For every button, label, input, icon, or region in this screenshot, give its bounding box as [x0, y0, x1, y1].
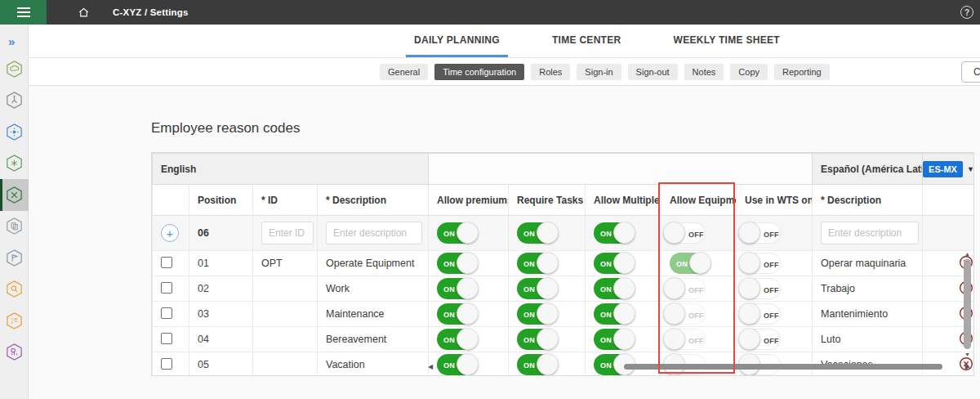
description-input[interactable] [326, 222, 422, 244]
corner-button[interactable]: C [961, 61, 980, 83]
hex-split-icon [5, 91, 24, 110]
subtab-sign-in[interactable]: Sign-in [577, 64, 621, 80]
col-allow-equipment: Allow Equipment L [662, 185, 737, 216]
hex-flag-icon [5, 249, 24, 267]
hex-burst-icon [5, 154, 24, 173]
row-checkbox[interactable] [161, 307, 172, 319]
toggle-require-tasks[interactable]: ON [517, 253, 553, 274]
home-icon-glyph [78, 7, 90, 19]
toggle-allow-equipment[interactable]: OFF [670, 329, 706, 350]
toggle-use-in-wts[interactable]: OFF [745, 222, 781, 244]
sidebar-item-9[interactable] [0, 305, 29, 337]
sidebar-item-6[interactable] [0, 211, 29, 243]
top-bar: C-XYZ / Settings ? [0, 0, 980, 25]
subtab-time-configuration[interactable]: Time configuration [434, 64, 524, 80]
col-id: * ID [253, 185, 318, 216]
sidebar-item-7[interactable] [0, 242, 29, 274]
toggle-require-tasks[interactable]: ON [517, 303, 553, 325]
horizontal-scrollbar[interactable]: ◀ ▶ [428, 363, 970, 370]
table-row: 02 Work ON ON ON OFF OFF Trabajo [153, 276, 975, 302]
subtab-copy[interactable]: Copy [730, 64, 768, 80]
hamburger-menu-icon[interactable] [0, 0, 47, 25]
sidebar-item-5-selected[interactable] [0, 179, 29, 211]
toggle-allow-premiums[interactable]: ON [437, 222, 473, 244]
table-row: 03 Maintenance ON ON ON OFF OFF Mantenim… [153, 302, 975, 327]
sidebar-item-10[interactable] [0, 337, 29, 369]
hex-cut-icon [5, 186, 24, 204]
hex-target-icon [5, 123, 24, 141]
col-allow-premiums: Allow premiums [429, 185, 509, 216]
toggle-allow-premiums[interactable]: ON [437, 278, 473, 299]
sidebar-expand-icon[interactable]: » [0, 25, 28, 53]
toggle-use-in-wts[interactable]: OFF [745, 303, 781, 325]
col-require-tasks: Require Tasks Ass [509, 185, 586, 216]
hex-checklist-icon [5, 312, 24, 330]
subtab-sign-out[interactable]: Sign-out [628, 64, 678, 80]
toggle-allow-equipment[interactable]: ON [670, 253, 706, 274]
add-row-button[interactable]: + [161, 224, 179, 242]
toggle-use-in-wts[interactable]: OFF [745, 253, 781, 274]
subtab-notes[interactable]: Notes [684, 64, 724, 80]
sidebar-item-3[interactable] [0, 116, 29, 148]
subtab-bar: General Time configuration Roles Sign-in… [29, 58, 980, 86]
horizontal-scroll-thumb[interactable] [624, 364, 942, 370]
language-group-row: English Español (América Latina) ES-MX▼ [153, 154, 975, 185]
scroll-down-icon[interactable]: ▼ [964, 351, 970, 358]
position-cell: 06 [189, 216, 253, 251]
table-row: 04 Bereavement ON ON ON OFF OFF Luto [153, 327, 975, 352]
add-row: + 06 ON ON ON OFF OFF [153, 216, 975, 251]
toggle-allow-equipment[interactable]: OFF [670, 303, 706, 325]
toggle-allow-multiple[interactable]: ON [594, 222, 630, 244]
sidebar-item-8[interactable] [0, 274, 29, 306]
vertical-scroll-thumb[interactable] [964, 259, 971, 349]
hex-cloud-icon [5, 60, 24, 78]
sidebar-item-2[interactable] [0, 85, 29, 117]
toggle-allow-premiums[interactable]: ON [437, 253, 473, 274]
breadcrumb[interactable]: C-XYZ / Settings [113, 7, 189, 17]
scroll-up-icon[interactable]: ▲ [964, 250, 970, 258]
description-es-input[interactable] [821, 222, 919, 244]
home-icon[interactable] [78, 7, 90, 19]
row-checkbox[interactable] [161, 333, 172, 344]
row-checkbox[interactable] [161, 282, 172, 294]
toggle-allow-premiums[interactable]: ON [437, 329, 473, 350]
toggle-require-tasks[interactable]: ON [517, 329, 553, 350]
toggle-allow-multiple[interactable]: ON [594, 278, 630, 299]
language-badge[interactable]: ES-MX [923, 161, 963, 177]
toggle-use-in-wts[interactable]: OFF [745, 329, 781, 350]
tab-time-center[interactable]: TIME CENTER [544, 25, 630, 57]
help-icon[interactable]: ? [960, 6, 973, 19]
chevron-down-icon[interactable]: ▼ [967, 165, 974, 173]
group-header-english: English [153, 154, 429, 185]
col-description-es: * Description [813, 185, 923, 216]
toggle-allow-multiple[interactable]: ON [594, 329, 630, 350]
tab-daily-planning[interactable]: DAILY PLANNING [406, 25, 508, 57]
subtab-general[interactable]: General [380, 64, 428, 80]
col-position: Position [189, 185, 253, 216]
toggle-allow-premiums[interactable]: ON [437, 303, 473, 325]
toggle-require-tasks[interactable]: ON [517, 278, 553, 299]
col-actions [923, 185, 974, 216]
reason-codes-table: English Español (América Latina) ES-MX▼ … [151, 152, 974, 376]
main-tab-bar: DAILY PLANNING TIME CENTER WEEKLY TIME S… [29, 25, 980, 58]
toggle-use-in-wts[interactable]: OFF [745, 278, 781, 299]
id-input[interactable] [261, 222, 314, 244]
toggle-allow-multiple[interactable]: ON [594, 253, 630, 274]
sidebar-item-4[interactable] [0, 148, 29, 180]
toggle-allow-equipment[interactable]: OFF [670, 278, 706, 299]
hex-chart-icon [5, 343, 24, 361]
toggle-allow-equipment[interactable]: OFF [670, 222, 706, 244]
scroll-left-icon[interactable]: ◀ [428, 363, 433, 370]
toggle-require-tasks[interactable]: ON [517, 222, 553, 244]
toggle-allow-multiple[interactable]: ON [594, 303, 630, 325]
content-area: Employee reason codes English Español (A… [29, 86, 980, 399]
sidebar-item-1[interactable] [0, 53, 29, 85]
vertical-scrollbar[interactable]: ▲ ▼ [962, 250, 973, 376]
hex-copy-icon [5, 217, 24, 235]
col-allow-multiple: Allow Multiple [586, 185, 662, 216]
tab-weekly-time-sheet[interactable]: WEEKLY TIME SHEET [666, 25, 788, 57]
subtab-roles[interactable]: Roles [531, 64, 570, 80]
subtab-reporting[interactable]: Reporting [774, 64, 830, 80]
row-checkbox[interactable] [161, 257, 172, 268]
row-checkbox[interactable] [161, 358, 172, 370]
